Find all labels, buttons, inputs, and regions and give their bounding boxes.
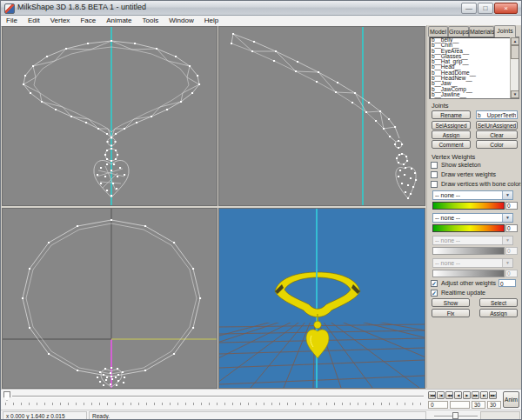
- weight-gradient-bar-2[interactable]: [432, 224, 505, 232]
- menu-face[interactable]: Face: [75, 16, 101, 26]
- window-title: MilkShape 3D 1.8.5 BETA 1 - untitled: [17, 3, 146, 11]
- coordinates-readout: x 0.000 y 1.640 z 0.015: [3, 411, 87, 420]
- weight-gradient-bar-1[interactable]: [432, 202, 505, 210]
- total-frames-field[interactable]: 30: [472, 401, 485, 409]
- draw-vertex-weights-label: Draw vertex weights: [441, 171, 496, 177]
- minimize-button[interactable]: —: [461, 3, 477, 14]
- joint-list-scrollbar[interactable]: ▲ ▼: [510, 37, 519, 98]
- menu-window[interactable]: Window: [164, 16, 198, 26]
- comment-button[interactable]: Comment: [432, 140, 471, 149]
- chevron-down-icon: ▼: [502, 259, 512, 267]
- top-view-canvas: [3, 209, 217, 388]
- menu-edit[interactable]: Edit: [23, 16, 45, 26]
- color-button[interactable]: Color: [476, 140, 518, 149]
- select-button[interactable]: Select: [479, 298, 518, 307]
- tab-materials[interactable]: Materials: [469, 26, 494, 37]
- chevron-down-icon[interactable]: ▼: [502, 214, 512, 222]
- tab-joints[interactable]: Joints: [494, 25, 516, 37]
- current-frame-field[interactable]: 0: [428, 401, 448, 409]
- status-message: Ready.: [89, 411, 426, 420]
- anim-toggle-button[interactable]: Anim: [503, 391, 519, 408]
- bone-dropdown-1[interactable]: -- none -- ▼: [432, 190, 513, 200]
- playback-speed-thumb[interactable]: [452, 412, 458, 419]
- viewport-side-wireframe[interactable]: [219, 27, 425, 205]
- render-view-canvas: [219, 209, 425, 388]
- assign-button[interactable]: Assign: [432, 130, 471, 139]
- chevron-down-icon[interactable]: ▼: [502, 191, 512, 199]
- show-skeleton-label: Show skeleton: [441, 162, 481, 168]
- prev-keyframe-button[interactable]: |◀: [437, 391, 445, 399]
- adjust-other-weights-checkbox[interactable]: ✓: [431, 280, 438, 287]
- joint-listbox[interactable]: b__belly__ b__Chin__ b__EyeArea__ b__Gla…: [429, 37, 519, 99]
- scroll-thumb[interactable]: [511, 45, 519, 59]
- front-view-canvas: [3, 27, 217, 205]
- show-skeleton-checkbox[interactable]: [431, 162, 438, 169]
- weight-value-3: 0: [505, 247, 518, 255]
- draw-bone-colors-checkbox[interactable]: [431, 181, 438, 188]
- fix-button[interactable]: Fix: [432, 309, 470, 317]
- viewport-3d-render[interactable]: [219, 209, 425, 388]
- tab-model[interactable]: Model: [428, 26, 448, 37]
- viewport-front-wireframe[interactable]: [3, 27, 217, 205]
- rewind-button[interactable]: ◀◀: [445, 391, 453, 399]
- scroll-up-icon[interactable]: ▲: [511, 37, 519, 45]
- assign-weights-button[interactable]: Assign: [479, 309, 518, 317]
- last-frame-button[interactable]: ▶▶|: [489, 391, 497, 399]
- adjust-other-weights-label: Adjust other weights: [441, 280, 496, 286]
- fast-forward-button[interactable]: ▶▶: [472, 391, 479, 399]
- timeline-ticks: [5, 403, 425, 405]
- show-button[interactable]: Show: [432, 298, 470, 307]
- status-bar: x 0.000 y 1.640 z 0.015 Ready.: [1, 410, 521, 420]
- rename-button[interactable]: Rename: [432, 110, 471, 119]
- menu-help[interactable]: Help: [199, 16, 224, 26]
- resize-grip[interactable]: [480, 411, 520, 420]
- sel-assigned-button[interactable]: SelAssigned: [432, 121, 471, 130]
- menu-file[interactable]: File: [1, 16, 23, 26]
- clear-button[interactable]: Clear: [476, 130, 518, 139]
- weight-value-2[interactable]: 0: [505, 224, 518, 232]
- adjust-weight-field[interactable]: 0: [499, 279, 516, 287]
- frame-field-2[interactable]: [450, 401, 470, 409]
- app-icon: [4, 3, 15, 14]
- next-keyframe-button[interactable]: ▶|: [480, 391, 488, 399]
- timeline-slider-thumb[interactable]: [3, 391, 10, 401]
- first-frame-button[interactable]: |◀◀: [428, 391, 436, 399]
- bone-dropdown-4: -- none -- ▼: [432, 258, 513, 268]
- tab-groups[interactable]: Groups: [448, 26, 469, 37]
- weight-value-1[interactable]: 0: [505, 202, 518, 210]
- scroll-down-icon[interactable]: ▼: [511, 90, 519, 98]
- draw-bone-colors-label: Draw vertices with bone colors: [441, 181, 522, 187]
- joint-list-item[interactable]: b__Jawline__: [430, 92, 519, 97]
- viewport-top-wireframe[interactable]: [3, 209, 217, 388]
- maximize-button[interactable]: □: [478, 3, 493, 14]
- menu-vertex[interactable]: Vertex: [45, 16, 76, 26]
- menu-tools[interactable]: Tools: [137, 16, 164, 26]
- app-window: MilkShape 3D 1.8.5 BETA 1 - untitled — □…: [0, 0, 522, 420]
- sel-unassigned-button[interactable]: SelUnAssigned: [476, 121, 518, 130]
- keyframer-bar: |◀◀ |◀ ◀◀ ◀ ▶ ▶▶ ▶| ▶▶| 0 30 30 Anim: [1, 389, 521, 410]
- weight-gradient-bar-3: [432, 247, 505, 255]
- weight-value-4: 0: [505, 270, 518, 277]
- step-back-button[interactable]: ◀: [454, 391, 462, 399]
- draw-vertex-weights-checkbox[interactable]: [431, 171, 438, 178]
- realtime-update-label: Realtime update: [441, 290, 485, 296]
- chevron-down-icon: ▼: [502, 237, 512, 244]
- timeline-track[interactable]: [12, 396, 424, 397]
- joints-section-label: Joints: [432, 102, 449, 110]
- joint-name-field[interactable]: [476, 110, 518, 119]
- bone-dropdown-2[interactable]: -- none -- ▼: [432, 213, 513, 223]
- close-button[interactable]: ×: [494, 3, 518, 14]
- side-view-canvas: [219, 27, 425, 205]
- vcr-controls: |◀◀ |◀ ◀◀ ◀ ▶ ▶▶ ▶| ▶▶|: [428, 391, 497, 399]
- realtime-update-checkbox[interactable]: ✓: [431, 290, 438, 297]
- step-forward-button[interactable]: ▶: [463, 391, 471, 399]
- menu-animate[interactable]: Animate: [101, 16, 137, 26]
- weight-gradient-bar-4: [432, 270, 505, 277]
- fps-field[interactable]: 30: [487, 401, 501, 409]
- vertex-weights-section-label: Vertex Weights: [432, 153, 475, 161]
- title-bar[interactable]: MilkShape 3D 1.8.5 BETA 1 - untitled — □…: [1, 1, 521, 16]
- side-panel: Model Groups Materials Joints b__belly__…: [426, 25, 522, 388]
- bone-dropdown-3: -- none -- ▼: [432, 236, 513, 245]
